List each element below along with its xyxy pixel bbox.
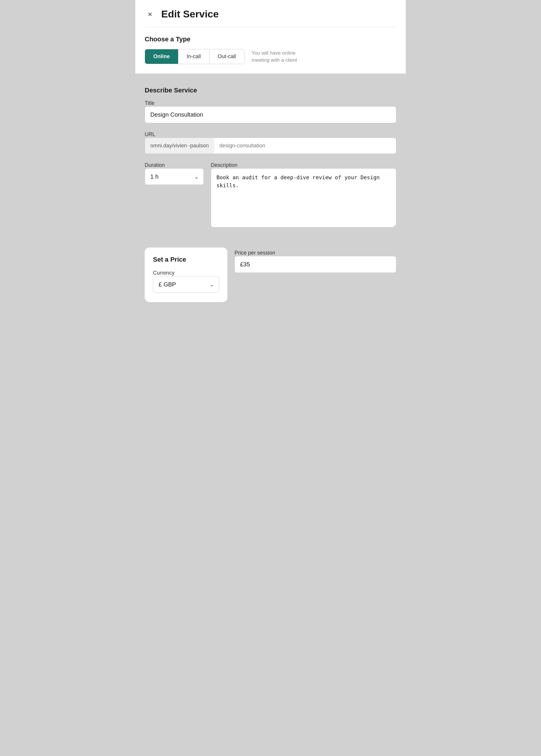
- type-selector-row: Online In-call Out-call You will have on…: [145, 49, 396, 64]
- description-label: Description: [211, 162, 238, 168]
- header-card: × Edit Service Choose a Type Online In-c…: [135, 0, 406, 74]
- description-textarea[interactable]: Book an audit for a deep-dive review of …: [211, 168, 396, 227]
- type-online-button[interactable]: Online: [145, 49, 178, 64]
- describe-service-section: Describe Service Title URL omni.day/vivi…: [135, 76, 406, 238]
- duration-label: Duration: [145, 162, 165, 168]
- type-description-text: You will have online meeting with a clie…: [252, 50, 311, 64]
- url-suffix-input[interactable]: [214, 138, 396, 154]
- currency-select-wrapper: £ GBP $ USD € EUR ⌄: [153, 276, 219, 293]
- url-prefix: omni.day/vivien -paulson: [145, 138, 214, 154]
- page-container: × Edit Service Choose a Type Online In-c…: [135, 0, 406, 313]
- type-incall-button[interactable]: In-call: [178, 49, 209, 64]
- type-buttons-group: Online In-call Out-call: [145, 49, 245, 64]
- set-price-title: Set a Price: [153, 256, 219, 263]
- header-row: × Edit Service: [145, 8, 396, 20]
- url-row: omni.day/vivien -paulson: [145, 138, 396, 154]
- set-price-section: Set a Price Currency £ GBP $ USD € EUR ⌄…: [135, 238, 406, 313]
- description-column: Description Book an audit for a deep-div…: [211, 162, 396, 228]
- title-input[interactable]: [145, 106, 396, 123]
- duration-select-wrapper: 1 h 30 min 1.5 h 2 h ⌄: [145, 168, 204, 185]
- type-outcall-button[interactable]: Out-call: [209, 49, 244, 64]
- price-card: Set a Price Currency £ GBP $ USD € EUR ⌄: [145, 247, 228, 302]
- duration-select[interactable]: 1 h 30 min 1.5 h 2 h: [145, 168, 204, 185]
- price-input[interactable]: [235, 256, 396, 273]
- duration-column: Duration 1 h 30 min 1.5 h 2 h ⌄: [145, 162, 204, 185]
- currency-label: Currency: [153, 270, 175, 276]
- currency-select[interactable]: £ GBP $ USD € EUR: [153, 276, 219, 293]
- page-title: Edit Service: [161, 8, 219, 20]
- duration-desc-row: Duration 1 h 30 min 1.5 h 2 h ⌄ Descript…: [145, 162, 396, 228]
- choose-type-title: Choose a Type: [145, 35, 396, 43]
- describe-service-title: Describe Service: [145, 87, 396, 94]
- url-label: URL: [145, 132, 155, 137]
- title-label: Title: [145, 100, 155, 106]
- price-right-column: Price per session: [235, 247, 396, 273]
- price-per-session-label: Price per session: [235, 250, 275, 256]
- header-divider: [145, 27, 396, 27]
- close-button[interactable]: ×: [145, 9, 155, 20]
